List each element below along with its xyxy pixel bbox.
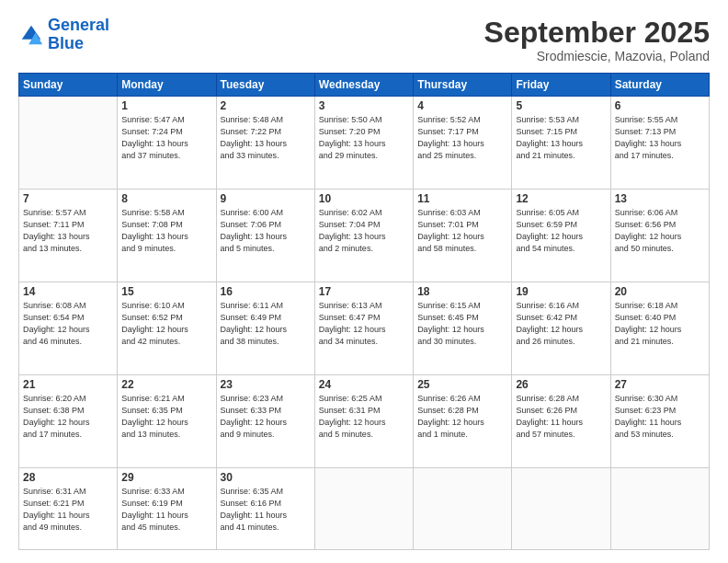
day-number: 6 xyxy=(615,99,705,112)
day-info: Sunrise: 6:10 AM Sunset: 6:52 PM Dayligh… xyxy=(121,300,211,348)
logo: General Blue xyxy=(18,17,109,53)
table-row: 11Sunrise: 6:03 AM Sunset: 7:01 PM Dayli… xyxy=(414,190,512,282)
table-row: 14Sunrise: 6:08 AM Sunset: 6:54 PM Dayli… xyxy=(19,282,118,374)
col-thursday: Thursday xyxy=(414,74,512,97)
day-info: Sunrise: 5:48 AM Sunset: 7:22 PM Dayligh… xyxy=(221,114,311,162)
day-info: Sunrise: 6:02 AM Sunset: 7:04 PM Dayligh… xyxy=(319,207,409,255)
table-row: 1Sunrise: 5:47 AM Sunset: 7:24 PM Daylig… xyxy=(118,97,216,190)
day-number: 5 xyxy=(516,99,606,112)
day-info: Sunrise: 6:31 AM Sunset: 6:21 PM Dayligh… xyxy=(23,486,113,534)
day-info: Sunrise: 5:58 AM Sunset: 7:08 PM Dayligh… xyxy=(121,207,211,255)
day-info: Sunrise: 5:57 AM Sunset: 7:11 PM Dayligh… xyxy=(23,207,113,255)
day-info: Sunrise: 6:26 AM Sunset: 6:28 PM Dayligh… xyxy=(417,393,507,441)
day-number: 17 xyxy=(319,285,409,298)
table-row: 29Sunrise: 6:33 AM Sunset: 6:19 PM Dayli… xyxy=(118,467,216,549)
day-info: Sunrise: 5:55 AM Sunset: 7:13 PM Dayligh… xyxy=(615,114,705,162)
col-tuesday: Tuesday xyxy=(216,74,314,97)
day-info: Sunrise: 6:13 AM Sunset: 6:47 PM Dayligh… xyxy=(319,300,409,348)
day-number: 24 xyxy=(319,378,409,391)
month-title: September 2025 xyxy=(484,17,710,49)
day-info: Sunrise: 6:08 AM Sunset: 6:54 PM Dayligh… xyxy=(23,300,113,348)
day-number: 30 xyxy=(221,471,311,484)
day-number: 22 xyxy=(121,378,211,391)
table-row: 5Sunrise: 5:53 AM Sunset: 7:15 PM Daylig… xyxy=(512,97,610,190)
table-row xyxy=(512,467,610,549)
col-sunday: Sunday xyxy=(19,74,118,97)
day-number: 23 xyxy=(221,378,311,391)
table-row: 27Sunrise: 6:30 AM Sunset: 6:23 PM Dayli… xyxy=(610,374,709,467)
subtitle: Srodmiescie, Mazovia, Poland xyxy=(484,49,710,63)
table-row: 4Sunrise: 5:52 AM Sunset: 7:17 PM Daylig… xyxy=(414,97,512,190)
table-row: 18Sunrise: 6:15 AM Sunset: 6:45 PM Dayli… xyxy=(414,282,512,374)
day-info: Sunrise: 5:50 AM Sunset: 7:20 PM Dayligh… xyxy=(319,114,409,162)
day-info: Sunrise: 6:11 AM Sunset: 6:49 PM Dayligh… xyxy=(221,300,311,348)
day-info: Sunrise: 5:52 AM Sunset: 7:17 PM Dayligh… xyxy=(417,114,507,162)
table-row: 21Sunrise: 6:20 AM Sunset: 6:38 PM Dayli… xyxy=(19,374,118,467)
header-row: Sunday Monday Tuesday Wednesday Thursday… xyxy=(19,74,710,97)
table-row: 8Sunrise: 5:58 AM Sunset: 7:08 PM Daylig… xyxy=(118,190,216,282)
day-info: Sunrise: 6:20 AM Sunset: 6:38 PM Dayligh… xyxy=(23,393,113,441)
table-row: 26Sunrise: 6:28 AM Sunset: 6:26 PM Dayli… xyxy=(512,374,610,467)
day-info: Sunrise: 6:28 AM Sunset: 6:26 PM Dayligh… xyxy=(516,393,606,441)
header: General Blue September 2025 Srodmiescie,… xyxy=(18,17,710,63)
day-info: Sunrise: 6:21 AM Sunset: 6:35 PM Dayligh… xyxy=(121,393,211,441)
day-info: Sunrise: 6:25 AM Sunset: 6:31 PM Dayligh… xyxy=(319,393,409,441)
day-number: 8 xyxy=(121,192,211,205)
table-row: 23Sunrise: 6:23 AM Sunset: 6:33 PM Dayli… xyxy=(216,374,314,467)
col-wednesday: Wednesday xyxy=(314,74,413,97)
day-number: 15 xyxy=(121,285,211,298)
day-info: Sunrise: 5:47 AM Sunset: 7:24 PM Dayligh… xyxy=(121,114,211,162)
day-info: Sunrise: 6:16 AM Sunset: 6:42 PM Dayligh… xyxy=(516,300,606,348)
day-number: 12 xyxy=(516,192,606,205)
table-row: 17Sunrise: 6:13 AM Sunset: 6:47 PM Dayli… xyxy=(314,282,413,374)
calendar-table: Sunday Monday Tuesday Wednesday Thursday… xyxy=(18,73,710,550)
day-number: 13 xyxy=(615,192,705,205)
day-info: Sunrise: 5:53 AM Sunset: 7:15 PM Dayligh… xyxy=(516,114,606,162)
logo-icon xyxy=(18,22,44,48)
day-number: 2 xyxy=(221,99,311,112)
day-info: Sunrise: 6:15 AM Sunset: 6:45 PM Dayligh… xyxy=(417,300,507,348)
day-number: 9 xyxy=(221,192,311,205)
col-friday: Friday xyxy=(512,74,610,97)
day-number: 19 xyxy=(516,285,606,298)
table-row: 12Sunrise: 6:05 AM Sunset: 6:59 PM Dayli… xyxy=(512,190,610,282)
day-number: 4 xyxy=(417,99,507,112)
table-row: 6Sunrise: 5:55 AM Sunset: 7:13 PM Daylig… xyxy=(610,97,709,190)
table-row: 10Sunrise: 6:02 AM Sunset: 7:04 PM Dayli… xyxy=(314,190,413,282)
table-row: 30Sunrise: 6:35 AM Sunset: 6:16 PM Dayli… xyxy=(216,467,314,549)
table-row xyxy=(414,467,512,549)
col-monday: Monday xyxy=(118,74,216,97)
day-info: Sunrise: 6:03 AM Sunset: 7:01 PM Dayligh… xyxy=(417,207,507,255)
col-saturday: Saturday xyxy=(610,74,709,97)
table-row: 13Sunrise: 6:06 AM Sunset: 6:56 PM Dayli… xyxy=(610,190,709,282)
day-info: Sunrise: 6:05 AM Sunset: 6:59 PM Dayligh… xyxy=(516,207,606,255)
day-number: 16 xyxy=(221,285,311,298)
day-number: 14 xyxy=(23,285,113,298)
table-row xyxy=(19,97,118,190)
day-number: 7 xyxy=(23,192,113,205)
title-block: September 2025 Srodmiescie, Mazovia, Pol… xyxy=(484,17,710,63)
day-info: Sunrise: 6:00 AM Sunset: 7:06 PM Dayligh… xyxy=(221,207,311,255)
table-row xyxy=(610,467,709,549)
day-number: 20 xyxy=(615,285,705,298)
logo-text: General Blue xyxy=(48,17,109,53)
day-info: Sunrise: 6:30 AM Sunset: 6:23 PM Dayligh… xyxy=(615,393,705,441)
table-row: 19Sunrise: 6:16 AM Sunset: 6:42 PM Dayli… xyxy=(512,282,610,374)
day-number: 26 xyxy=(516,378,606,391)
day-info: Sunrise: 6:35 AM Sunset: 6:16 PM Dayligh… xyxy=(221,486,311,534)
table-row xyxy=(314,467,413,549)
day-number: 21 xyxy=(23,378,113,391)
day-number: 3 xyxy=(319,99,409,112)
table-row: 28Sunrise: 6:31 AM Sunset: 6:21 PM Dayli… xyxy=(19,467,118,549)
table-row: 24Sunrise: 6:25 AM Sunset: 6:31 PM Dayli… xyxy=(314,374,413,467)
page: General Blue September 2025 Srodmiescie,… xyxy=(0,0,728,563)
day-number: 29 xyxy=(121,471,211,484)
day-number: 18 xyxy=(417,285,507,298)
table-row: 9Sunrise: 6:00 AM Sunset: 7:06 PM Daylig… xyxy=(216,190,314,282)
table-row: 2Sunrise: 5:48 AM Sunset: 7:22 PM Daylig… xyxy=(216,97,314,190)
day-info: Sunrise: 6:18 AM Sunset: 6:40 PM Dayligh… xyxy=(615,300,705,348)
table-row: 22Sunrise: 6:21 AM Sunset: 6:35 PM Dayli… xyxy=(118,374,216,467)
day-number: 11 xyxy=(417,192,507,205)
day-info: Sunrise: 6:33 AM Sunset: 6:19 PM Dayligh… xyxy=(121,486,211,534)
table-row: 15Sunrise: 6:10 AM Sunset: 6:52 PM Dayli… xyxy=(118,282,216,374)
